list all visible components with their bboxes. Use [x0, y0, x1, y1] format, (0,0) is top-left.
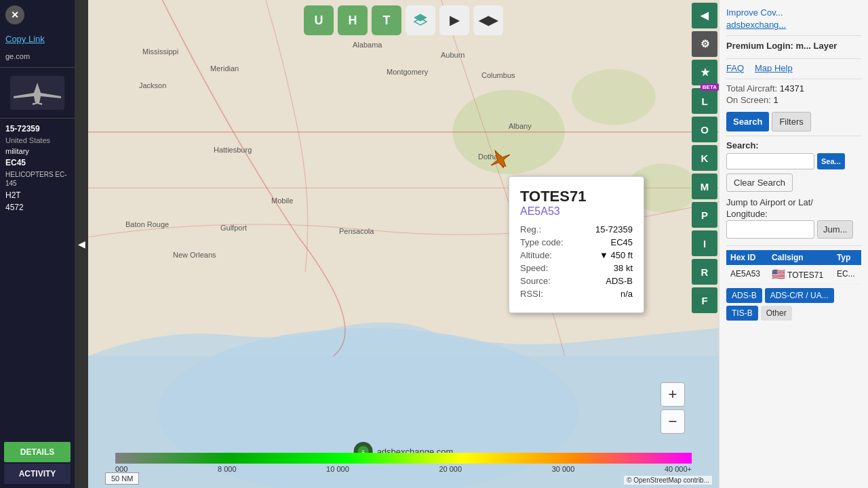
toolbar-u-button[interactable]: U — [304, 5, 334, 35]
popup-rssi-row: RSSI: n/a — [520, 289, 633, 299]
ctrl-P[interactable]: P — [692, 202, 717, 228]
jump-label: Jump to Airport or Lat/ — [726, 197, 861, 207]
color-bar-labels: 000 8 000 10 000 20 000 30 000 40 000+ — [102, 464, 705, 474]
popup-speed-row: Speed: 38 kt — [520, 263, 633, 273]
divider-4 — [726, 136, 861, 136]
jump-label2: Longitude: — [726, 209, 861, 219]
aircraft-icon — [488, 148, 513, 172]
popup-alt-row: Altitude: ▼ 450 ft — [520, 250, 633, 260]
popup-callsign: TOTES71 — [520, 188, 633, 205]
toolbar-t-button[interactable]: T — [372, 5, 401, 35]
jump-input[interactable] — [726, 220, 814, 239]
next-button[interactable]: ▶ — [439, 5, 469, 35]
rssi-label: RSSI: — [520, 289, 543, 299]
aircraft-marker[interactable] — [488, 148, 513, 175]
cell-hex: AE5A53 — [726, 265, 768, 284]
svg-marker-0 — [14, 83, 61, 105]
speed-value: 38 kt — [614, 263, 633, 273]
search-section-label: Search: — [726, 140, 861, 150]
beta-button[interactable]: ★ — [692, 60, 717, 85]
h2t-label: H2T — [0, 189, 75, 201]
ctrl-M[interactable]: M — [692, 174, 717, 199]
divider-1 — [726, 35, 861, 36]
right-panel: Improve Cov... adsbexchang... Premium Lo… — [719, 0, 868, 488]
layers-icon — [413, 13, 428, 28]
stats-section: Total Aircraft: 14371 On Screen: 1 — [726, 83, 861, 105]
copy-link-button[interactable]: Copy Link — [0, 28, 75, 49]
zoom-controls: + − — [660, 382, 685, 434]
search-input[interactable] — [726, 153, 814, 169]
filter-adsb[interactable]: ADS-B — [726, 288, 762, 303]
left-collapse-arrow[interactable]: ◀ — [75, 0, 88, 488]
col-callsign: Callsign — [768, 250, 833, 265]
settings-button[interactable]: ⚙ — [692, 31, 717, 57]
alt-value: ▼ 450 ft — [599, 250, 633, 260]
popup-hex: AE5A53 — [520, 205, 633, 218]
svg-point-5 — [572, 69, 656, 125]
zoom-in-button[interactable]: + — [660, 382, 685, 407]
ctrl-R[interactable]: R — [692, 259, 717, 285]
alt-label: Altitude: — [520, 250, 552, 260]
ge-link[interactable]: ge.com — [0, 49, 75, 63]
cb-label-20000: 20 000 — [439, 465, 462, 473]
ctrl-I[interactable]: I — [692, 230, 717, 256]
search-filters-row: Search Filters — [726, 112, 861, 131]
activity-button[interactable]: ACTIVITY — [4, 464, 71, 484]
map-right-controls: ◀ ⚙ ★ L O K M P I R F — [689, 0, 719, 316]
search-input-row: Sea... — [726, 153, 861, 169]
layers-button[interactable] — [406, 5, 435, 35]
color-bar-container: 000 8 000 10 000 20 000 30 000 40 000+ — [88, 453, 719, 474]
divider — [0, 67, 75, 68]
jump-input-row: Jum... — [726, 220, 861, 239]
bottom-buttons: DETAILS ACTIVITY — [0, 438, 75, 488]
toggle-button[interactable]: ◀▶ — [473, 5, 503, 35]
number-label: 4572 — [0, 201, 75, 214]
filter-other[interactable]: Other — [761, 306, 792, 321]
close-button[interactable]: ✕ — [5, 5, 24, 24]
collapse-right-button[interactable]: ◀ — [692, 3, 717, 28]
faq-link[interactable]: FAQ — [726, 63, 744, 73]
total-aircraft-label: Total Aircraft: — [726, 83, 777, 94]
map-toolbar: U H T ▶ ◀▶ — [304, 5, 503, 35]
map-help-link[interactable]: Map Help — [755, 63, 793, 73]
jump-button[interactable]: Jum... — [817, 220, 853, 239]
table-row[interactable]: AE5A53 🇺🇸 TOTES71 EC... — [726, 265, 861, 284]
improve-text: Improve Cov... — [726, 7, 783, 18]
svg-marker-11 — [488, 148, 513, 172]
popup-reg-row: Reg.: 15-72359 — [520, 224, 633, 235]
filter-tisb[interactable]: TIS-B — [726, 306, 758, 321]
zoom-out-button[interactable]: − — [660, 409, 685, 434]
ctrl-O[interactable]: O — [692, 117, 717, 142]
total-aircraft-value: 14371 — [780, 83, 804, 94]
type-value: EC45 — [610, 237, 633, 247]
cell-callsign: 🇺🇸 TOTES71 — [768, 265, 833, 284]
toolbar-h-button[interactable]: H — [338, 5, 368, 35]
ctrl-F[interactable]: F — [692, 287, 717, 313]
source-value: ADS-B — [606, 276, 633, 286]
aircraft-silhouette — [14, 79, 61, 106]
altitude-color-bar — [115, 453, 692, 464]
filters-button[interactable]: Filters — [772, 112, 810, 131]
clear-search-button[interactable]: Clear Search — [726, 174, 793, 192]
search-button[interactable]: Search — [726, 112, 769, 131]
total-aircraft-stat: Total Aircraft: 14371 — [726, 83, 861, 94]
search-submit-button[interactable]: Sea... — [817, 153, 845, 169]
registration-number: 15-72359 — [0, 123, 75, 135]
map-area[interactable]: Mississippi Meridian Jackson Alabama Aub… — [88, 0, 719, 488]
filter-adsc[interactable]: ADS-C/R / UA... — [765, 288, 834, 303]
on-screen-value: 1 — [773, 95, 778, 105]
speed-label: Speed: — [520, 263, 548, 273]
adsbexchange-link[interactable]: adsbexchang... — [726, 20, 786, 30]
svg-marker-9 — [414, 14, 427, 21]
details-button[interactable]: DETAILS — [4, 442, 71, 462]
aircraft-table: Hex ID Callsign Typ AE5A53 🇺🇸 TOTES71 EC… — [726, 250, 861, 284]
cb-label-40000: 40 000+ — [665, 465, 692, 473]
divider-2 — [726, 58, 861, 59]
ctrl-K[interactable]: K — [692, 145, 717, 171]
map-attribution: © OpenStreetMap contrib... — [624, 476, 712, 485]
type-label: Type code: — [520, 237, 564, 247]
ctrl-L[interactable]: L — [692, 88, 717, 114]
type-full-name: HELICOPTERS EC-145 — [0, 169, 75, 189]
reg-value: 15-72359 — [595, 224, 633, 235]
country: United States — [0, 135, 75, 146]
